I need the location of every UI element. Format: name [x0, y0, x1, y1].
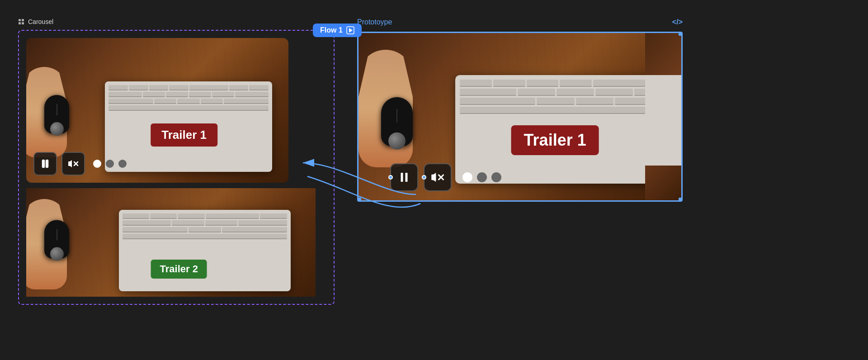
dot-active-top[interactable]: [93, 160, 101, 168]
dot-2-top[interactable]: [106, 160, 114, 168]
pause-icon-top: [40, 158, 51, 169]
video-card-bottom: Trailer 2: [26, 188, 316, 297]
carousel-panel: Carousel Flow 1: [18, 18, 335, 305]
prototype-frame: Trailer 1: [357, 32, 683, 202]
svg-rect-7: [42, 160, 44, 167]
svg-rect-13: [401, 173, 403, 182]
flow-label[interactable]: Flow 1: [313, 24, 362, 37]
code-icon[interactable]: </>: [672, 18, 683, 26]
svg-rect-2: [22, 19, 24, 21]
trailer-badge-bottom: Trailer 2: [151, 260, 207, 279]
svg-rect-14: [406, 173, 408, 182]
trailer-badge-proto: Trailer 1: [511, 125, 599, 155]
controls-bar-top: [33, 152, 127, 175]
handle-br[interactable]: [679, 198, 683, 202]
svg-rect-4: [22, 22, 24, 24]
carousel-title: Carousel: [28, 18, 53, 25]
mute-icon-top: [68, 158, 79, 169]
dot-3-proto[interactable]: [491, 172, 501, 182]
controls-bar-proto: [390, 163, 501, 191]
dot-2-proto[interactable]: [477, 172, 487, 182]
conn-dot-pause: [388, 175, 393, 180]
mute-button-proto[interactable]: [424, 163, 452, 191]
mute-button-top[interactable]: [61, 152, 85, 175]
pause-icon-proto: [397, 171, 411, 184]
dots-group-top: [93, 160, 127, 168]
svg-rect-16: [431, 175, 436, 180]
prototype-panel: Prototoype </>: [357, 18, 683, 202]
pause-button-proto[interactable]: [390, 163, 418, 191]
dot-3-top[interactable]: [118, 160, 127, 168]
prototype-title: Prototoype: [357, 18, 392, 26]
handle-bl[interactable]: [357, 198, 361, 202]
carousel-border: Flow 1: [18, 30, 335, 305]
carousel-label: Carousel: [18, 18, 335, 25]
mute-icon-proto: [431, 171, 444, 184]
dots-group-proto: [462, 172, 501, 182]
prototype-header: Prototoype </>: [357, 18, 683, 26]
svg-rect-10: [68, 161, 72, 166]
trailer-badge-top: Trailer 1: [151, 123, 217, 147]
carousel-icon: [18, 19, 24, 25]
flow-play-icon: [346, 26, 354, 34]
svg-rect-8: [46, 160, 48, 167]
flow-text: Flow 1: [320, 26, 343, 34]
conn-dot-mute: [422, 175, 426, 180]
svg-rect-3: [19, 22, 21, 24]
handle-tr[interactable]: [679, 32, 683, 36]
svg-rect-1: [19, 19, 21, 21]
prototype-video: Trailer 1: [359, 33, 681, 200]
pause-button-top[interactable]: [33, 152, 57, 175]
video-card-top: Trailer 1: [26, 38, 288, 183]
svg-marker-6: [349, 28, 353, 33]
dot-active-proto[interactable]: [462, 172, 472, 182]
